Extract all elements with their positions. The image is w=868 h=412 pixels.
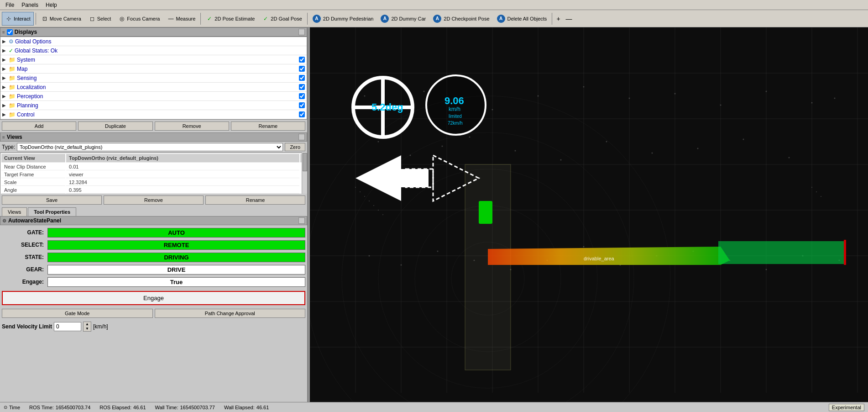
velocity-up-button[interactable]: ▲ bbox=[84, 322, 91, 327]
displays-checkbox[interactable] bbox=[7, 29, 13, 35]
displays-header: ≡ Displays bbox=[0, 27, 307, 37]
2d-dummy-car-button[interactable]: A 2D Dummy Car bbox=[377, 12, 429, 26]
list-item[interactable]: ▶ 📁 System bbox=[0, 55, 307, 64]
views-zero-button[interactable]: Zero bbox=[285, 143, 305, 151]
clock-icon: ⊙ bbox=[4, 405, 7, 410]
wall-time-label: Wall Time: bbox=[155, 405, 178, 410]
list-item[interactable]: ▶ 📁 Planning bbox=[0, 101, 307, 110]
displays-collapse-btn[interactable] bbox=[298, 29, 305, 35]
list-item[interactable]: ▶ 📁 Map bbox=[0, 64, 307, 74]
svg-point-43 bbox=[789, 157, 790, 158]
table-row: Angle 0.395 bbox=[1, 187, 306, 194]
focus-camera-button[interactable]: ◎ Focus Camera bbox=[115, 12, 163, 26]
autoware-icon-1: A bbox=[313, 15, 321, 23]
autoware-panel-title: AutowareStatePanel bbox=[8, 217, 61, 224]
svg-rect-74 bbox=[479, 201, 492, 224]
speed-limited-text: limited bbox=[449, 114, 462, 119]
focus-icon: ◎ bbox=[118, 15, 125, 22]
collapse-toolbar-button[interactable]: — bbox=[564, 12, 575, 26]
remove-button[interactable]: Remove bbox=[155, 121, 229, 131]
select-row: SELECT: REMOTE bbox=[2, 239, 305, 250]
viewport-svg: drivable_area 5.2deg 9.06 km/h limited 7… bbox=[310, 27, 868, 402]
current-view-wrapper: Current View TopDownOrtho (rviz_default_… bbox=[0, 153, 307, 194]
svg-point-59 bbox=[360, 191, 361, 192]
measure-label: Measure bbox=[176, 16, 195, 21]
folder-icon-control: 📁 bbox=[9, 111, 16, 118]
engage-button[interactable]: Engage bbox=[3, 292, 304, 304]
svg-point-58 bbox=[355, 187, 356, 188]
views-rename-button[interactable]: Rename bbox=[205, 195, 305, 205]
viewport[interactable]: drivable_area 5.2deg 9.06 km/h limited 7… bbox=[310, 27, 868, 402]
menu-help[interactable]: Help bbox=[42, 1, 61, 9]
system-checkbox[interactable] bbox=[299, 57, 305, 63]
svg-point-39 bbox=[606, 141, 607, 143]
views-save-button[interactable]: Save bbox=[2, 195, 102, 205]
displays-list: ▶ ⚙ Global Options ▶ ✓ Global Status: Ok… bbox=[0, 37, 307, 120]
list-item[interactable]: ▶ ⚙ Global Options bbox=[0, 37, 307, 46]
engage-status-label: Engage: bbox=[2, 279, 47, 285]
delete-all-objects-button[interactable]: A Delete All Objects bbox=[494, 12, 550, 26]
tab-bar: Views Tool Properties bbox=[0, 206, 307, 216]
cv-scrollbar[interactable] bbox=[302, 153, 307, 194]
delete-all-objects-label: Delete All Objects bbox=[507, 16, 547, 21]
cv-scroll-thumb[interactable] bbox=[303, 153, 307, 171]
velocity-spinner: ▲ ▼ bbox=[83, 322, 91, 332]
views-collapse-btn[interactable] bbox=[298, 134, 305, 140]
autoware-icon-3: A bbox=[433, 15, 441, 23]
2d-checkpoint-pose-button[interactable]: A 2D Checkpoint Pose bbox=[430, 12, 492, 26]
select-button[interactable]: ◻ Select bbox=[85, 12, 115, 26]
2d-dummy-pedestrian-button[interactable]: A 2D Dummy Pedestrian bbox=[309, 12, 377, 26]
gate-row: GATE: AUTO bbox=[2, 227, 305, 238]
perception-checkbox[interactable] bbox=[299, 93, 305, 99]
speed-value-text: 9.06 bbox=[444, 95, 464, 106]
sensing-checkbox[interactable] bbox=[299, 75, 305, 81]
expand-icon-status: ▶ bbox=[2, 48, 8, 53]
menu-panels[interactable]: Panels bbox=[18, 1, 42, 9]
list-item[interactable]: ▶ 📁 Perception bbox=[0, 92, 307, 101]
gate-mode-button[interactable]: Gate Mode bbox=[2, 309, 153, 318]
list-item[interactable]: ▶ 📁 Sensing bbox=[0, 74, 307, 83]
planning-checkbox[interactable] bbox=[299, 102, 305, 108]
autoware-icon-4: A bbox=[497, 15, 505, 23]
expand-toolbar-button[interactable]: + bbox=[554, 12, 562, 26]
path-change-button[interactable]: Path Change Approval bbox=[155, 309, 306, 318]
move-camera-button[interactable]: ⊡ Move Camera bbox=[38, 12, 84, 26]
gear-icon-options: ⚙ bbox=[9, 38, 14, 45]
add-button[interactable]: Add bbox=[2, 121, 76, 131]
measure-button[interactable]: — Measure bbox=[164, 12, 199, 26]
map-checkbox[interactable] bbox=[299, 66, 305, 72]
tab-views[interactable]: Views bbox=[2, 207, 27, 216]
control-checkbox[interactable] bbox=[299, 111, 305, 117]
folder-icon-map: 📁 bbox=[9, 66, 16, 72]
autoware-panel: ⚙ AutowareStatePanel GATE: AUTO SELECT: … bbox=[0, 216, 307, 402]
toolbar: ⊹ Interact ⊡ Move Camera ◻ Select ◎ Focu… bbox=[0, 10, 868, 27]
gate-label: GATE: bbox=[2, 229, 47, 236]
localization-checkbox[interactable] bbox=[299, 84, 305, 90]
duplicate-button[interactable]: Duplicate bbox=[78, 121, 152, 131]
tab-tool-properties[interactable]: Tool Properties bbox=[28, 207, 76, 216]
views-type-select[interactable]: TopDownOrtho (rviz_default_plugins) bbox=[17, 143, 283, 151]
interact-button[interactable]: ⊹ Interact bbox=[2, 12, 34, 26]
engage-status-value: True bbox=[47, 277, 305, 287]
2d-goal-pose-button[interactable]: ✓ 2D Goal Pose bbox=[259, 12, 305, 26]
current-view-scroll[interactable]: Current View TopDownOrtho (rviz_default_… bbox=[0, 153, 307, 194]
select-value: REMOTE bbox=[47, 240, 305, 250]
time-label: Time bbox=[9, 405, 20, 410]
list-item[interactable]: ▶ ✓ Global Status: Ok bbox=[0, 46, 307, 55]
velocity-down-button[interactable]: ▼ bbox=[84, 327, 91, 331]
list-item[interactable]: ▶ 📁 Control bbox=[0, 110, 307, 119]
svg-point-66 bbox=[816, 191, 817, 192]
menu-file[interactable]: File bbox=[2, 1, 18, 9]
svg-point-25 bbox=[538, 95, 539, 97]
cv-angle-value: 0.395 bbox=[66, 187, 299, 194]
autoware-collapse-btn[interactable] bbox=[298, 217, 305, 224]
velocity-input[interactable] bbox=[54, 322, 81, 331]
2d-pose-estimate-button[interactable]: ✓ 2D Pose Estimate bbox=[203, 12, 258, 26]
expand-icon-control: ▶ bbox=[2, 112, 8, 117]
table-row: Near Clip Distance 0.01 bbox=[1, 164, 306, 170]
cv-header-left: Current View bbox=[1, 154, 65, 163]
folder-icon-system: 📁 bbox=[9, 57, 16, 63]
views-remove-button[interactable]: Remove bbox=[104, 195, 204, 205]
list-item[interactable]: ▶ 📁 Localization bbox=[0, 83, 307, 92]
rename-button[interactable]: Rename bbox=[231, 121, 305, 131]
